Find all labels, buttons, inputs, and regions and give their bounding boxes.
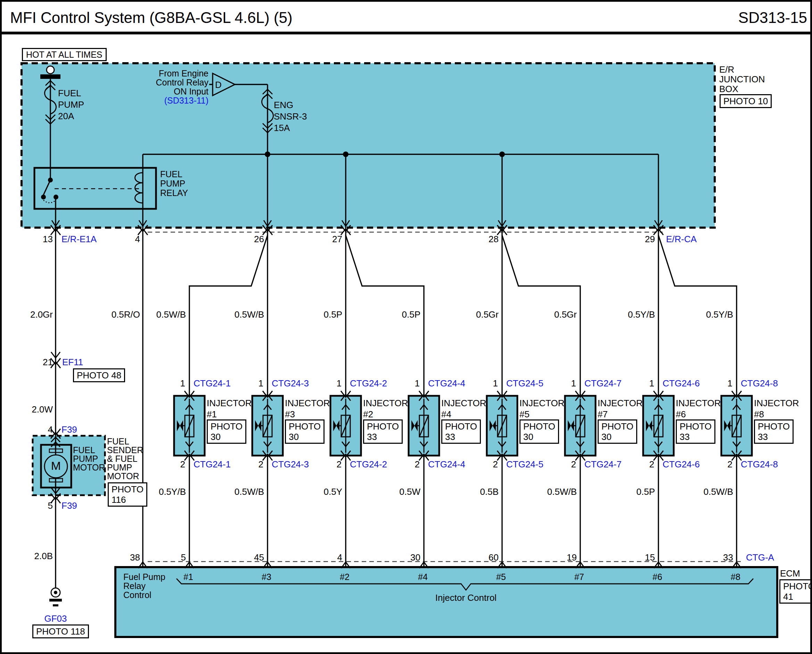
inj7-conn-bot[interactable]: CTG24-7 [585, 459, 621, 469]
ecm-pin-19: 19 [553, 552, 577, 562]
inj6-conn-bot[interactable]: CTG24-6 [662, 459, 700, 469]
ecm-label-inj3: #3 [262, 573, 272, 581]
inj3-photo-line1: PHOTO [289, 421, 321, 432]
inj2-num: #2 [363, 409, 373, 419]
inj1-conn-top[interactable]: CTG24-1 [194, 378, 231, 388]
wire-bot-inj2: 0.5Y [301, 486, 342, 497]
inj7-photo-ref[interactable]: PHOTO 30 [598, 419, 637, 444]
motor-photo-line1: PHOTO [111, 484, 143, 495]
ground-photo-ref[interactable]: PHOTO 118 [32, 625, 89, 638]
inj3-photo-ref[interactable]: PHOTO 30 [285, 419, 325, 444]
ecm-photo-line1: PHOTO [783, 581, 812, 591]
inj8-photo-line1: PHOTO [758, 421, 790, 432]
f39-in-pin: 4 [32, 424, 53, 435]
er-box-photo-ref[interactable]: PHOTO 10 [720, 94, 772, 108]
wire-bot-inj7: 0.5W/B [535, 486, 577, 497]
inj7-photo-line2: 30 [601, 432, 633, 442]
ecm-label-inj8: #8 [731, 573, 740, 581]
inj6-photo-ref[interactable]: PHOTO 33 [676, 419, 716, 444]
wire-bot-inj4: 0.5W [379, 486, 420, 497]
inj1-title: INJECTOR [207, 398, 252, 408]
motor-photo-line2: 116 [111, 495, 143, 505]
inj5-photo-ref[interactable]: PHOTO 30 [519, 419, 559, 444]
inj6-num: #6 [676, 409, 686, 419]
fuse1-label-line3: 20A [58, 111, 74, 121]
wire-top-inj2: 0.5P [301, 309, 342, 320]
ground-name[interactable]: GF03 [35, 613, 76, 624]
ecm-pin-33: 33 [709, 552, 733, 562]
motor-photo-ref[interactable]: PHOTO 116 [108, 482, 147, 507]
relay-label-line3: RELAY [160, 189, 188, 197]
ecm-conn-ctg-a[interactable]: CTG-A [746, 552, 774, 562]
inj6-pin-bot: 2 [640, 459, 654, 469]
ecm-relay-ctrl-line3: Control [124, 591, 151, 599]
inj2-conn-top[interactable]: CTG24-2 [350, 378, 387, 388]
ecm-name: ECM [780, 568, 800, 579]
ecm-pin-5: 5 [162, 552, 186, 562]
er-conn-e1a[interactable]: E/R-E1A [61, 234, 96, 244]
inj8-conn-bot[interactable]: CTG24-8 [741, 459, 778, 469]
inj8-photo-ref[interactable]: PHOTO 33 [754, 419, 794, 444]
ef11-name[interactable]: EF11 [62, 357, 83, 367]
injector-3-icon [252, 391, 283, 460]
inj3-conn-top[interactable]: CTG24-3 [272, 378, 309, 388]
f39-out-name[interactable]: F39 [61, 500, 77, 511]
inj2-pin-top: 1 [328, 378, 342, 388]
wire-top-inj3: 0.5W/B [222, 309, 264, 320]
inj5-conn-bot[interactable]: CTG24-5 [506, 459, 543, 469]
diode-input-line3: ON Input [122, 87, 209, 96]
f39-in-name[interactable]: F39 [61, 424, 77, 435]
inj5-conn-top[interactable]: CTG24-5 [506, 378, 543, 388]
injector-7-icon [565, 391, 595, 460]
sender-label-line1: FUEL [107, 437, 129, 446]
inj1-photo-ref[interactable]: PHOTO 30 [207, 419, 246, 444]
inj4-photo-ref[interactable]: PHOTO 33 [441, 419, 481, 444]
inj2-photo-line1: PHOTO [367, 421, 399, 432]
inj5-pin-bot: 2 [484, 459, 498, 469]
inj3-pin-top: 1 [249, 378, 263, 388]
inj5-photo-line1: PHOTO [523, 421, 555, 432]
er-pin-13: 13 [32, 234, 53, 244]
inj4-title: INJECTOR [441, 398, 487, 408]
inj8-conn-top[interactable]: CTG24-8 [741, 378, 778, 388]
motor-label-line1: FUEL [73, 446, 95, 455]
wire-top-inj5: 0.5Gr [457, 309, 499, 320]
inj3-title: INJECTOR [285, 398, 330, 408]
inj3-conn-bot[interactable]: CTG24-3 [272, 459, 309, 469]
motor-label-line3: MOTOR [73, 463, 105, 472]
wire-2-0b: 2.0B [11, 551, 53, 561]
inj6-conn-top[interactable]: CTG24-6 [662, 378, 700, 388]
er-conn-ca[interactable]: E/R-CA [666, 234, 697, 244]
inj5-photo-line2: 30 [523, 432, 555, 442]
inj3-num: #3 [285, 409, 295, 419]
inj2-conn-bot[interactable]: CTG24-2 [350, 459, 387, 469]
inj2-pin-bot: 2 [328, 459, 342, 469]
inj2-photo-ref[interactable]: PHOTO 33 [363, 419, 403, 444]
ground-icon [49, 588, 62, 607]
inj6-pin-top: 1 [640, 378, 654, 388]
ecm-pin-38: 38 [116, 552, 140, 562]
f39-out-pin: 5 [32, 500, 53, 511]
doc-code: SD313-15 [697, 9, 807, 26]
ecm-pin-30: 30 [396, 552, 420, 562]
ecm-relay-ctrl-line1: Fuel Pump [124, 573, 165, 581]
ecm-label-inj6: #6 [653, 573, 662, 581]
wire-2-0gr: 2.0Gr [11, 309, 53, 320]
title-divider [2, 32, 810, 34]
diode-ref-link[interactable]: (SD313-11) [122, 96, 209, 105]
wire-2-0w: 2.0W [11, 404, 53, 414]
inj4-conn-top[interactable]: CTG24-4 [428, 378, 465, 388]
injector-8-icon [721, 391, 752, 460]
wire-bot-inj8: 0.5W/B [691, 486, 733, 497]
wire-top-inj7: 0.5Gr [535, 309, 577, 320]
ef11-photo-ref[interactable]: PHOTO 48 [73, 368, 125, 382]
injector-4-icon [409, 391, 439, 460]
inj7-conn-top[interactable]: CTG24-7 [585, 378, 621, 388]
ecm-photo-ref[interactable]: PHOTO 41 [779, 579, 812, 604]
inj7-title: INJECTOR [598, 398, 643, 408]
inj1-conn-bot[interactable]: CTG24-1 [194, 459, 231, 469]
inj8-title: INJECTOR [754, 398, 799, 408]
inj8-pin-bot: 2 [719, 459, 733, 469]
inj4-conn-bot[interactable]: CTG24-4 [428, 459, 465, 469]
fuse2-label-line3: 15A [274, 123, 290, 133]
